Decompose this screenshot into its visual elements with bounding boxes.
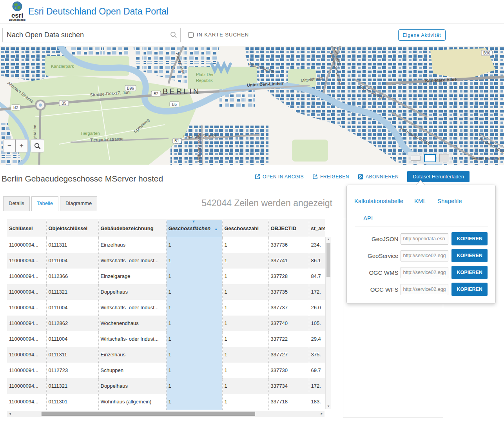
scroll-right-icon[interactable]: ► — [319, 411, 325, 417]
cell-geschosszahl: 1 — [222, 394, 268, 410]
subscribe-label: ABONNIEREN — [366, 174, 399, 180]
table-row[interactable]: 110000094... 0112723 Schuppen 1 1 337730… — [7, 363, 325, 378]
search-input[interactable] — [7, 28, 163, 42]
esri-logo[interactable]: esri Deutschland — [5, 1, 29, 21]
table-row[interactable]: 110000094... 0111321 Doppelhaus 1 1 3377… — [7, 284, 325, 300]
in-map-label: IN KARTE SUCHEN — [197, 32, 249, 38]
table-row[interactable]: 110000094... 0111311 Einzelhaus 1 1 3377… — [7, 347, 325, 363]
cell-gebaeudebezeichnung: Wohnhaus (allgemein) — [98, 394, 166, 410]
cell-objektschluessel: 0111004 — [46, 300, 98, 316]
svg-text:B1: B1 — [174, 139, 179, 143]
download-service-row: OGC WMS KOPIEREN — [347, 266, 496, 279]
copy-button[interactable]: KOPIEREN — [451, 249, 488, 262]
svg-text:B2: B2 — [154, 92, 159, 96]
cell-geschossflaechen: 1 — [166, 394, 222, 410]
cell-st-area: 172. — [309, 378, 325, 394]
column-header-objectid[interactable]: OBJECTID — [268, 220, 309, 237]
cell-gebaeudebezeichnung: Wirtschafts- oder Indust... — [98, 253, 166, 269]
table-row[interactable]: 110000094... 0111004 Wirtschafts- oder I… — [7, 331, 325, 347]
basemap-thumb-2-selected[interactable] — [424, 154, 436, 162]
cell-schluessel: 110000094... — [7, 378, 46, 394]
cell-objektschluessel: 0111311 — [46, 237, 98, 253]
column-header-st-area[interactable]: st_area — [309, 220, 325, 237]
table-row[interactable]: 110000094... 0112366 Einzelgarage 1 1 33… — [7, 269, 325, 284]
site-title[interactable]: Esri Deutschland Open Data Portal — [28, 6, 169, 17]
zoom-in-button[interactable]: + — [16, 140, 27, 152]
cell-geschossflaechen: 1 — [166, 300, 222, 316]
cell-geschossflaechen: 1 — [166, 284, 222, 300]
column-header-geschosszahl[interactable]: Geschosszahl — [222, 220, 268, 237]
share-link[interactable]: FREIGEBEN — [312, 174, 349, 180]
tab-details[interactable]: Details — [3, 196, 30, 211]
svg-text:Kanzlerpark: Kanzlerpark — [51, 64, 74, 69]
table-row[interactable]: 110000094... 0111311 Einzelhaus 1 1 3377… — [7, 237, 325, 253]
cell-geschosszahl: 1 — [222, 253, 268, 269]
vertical-scrollbar[interactable]: ▲ ▼ — [325, 237, 331, 409]
open-in-arcgis-label: OPEN IN ARCGIS — [263, 174, 304, 180]
map-zoom-control: − + — [3, 139, 28, 152]
cell-geschosszahl: 1 — [222, 284, 268, 300]
cell-st-area: 26.0 — [309, 300, 325, 316]
cell-geschossflaechen: 1 — [166, 253, 222, 269]
cell-objectid: 337740 — [268, 316, 309, 331]
tab-diagramme[interactable]: Diagramme — [60, 196, 97, 211]
cell-geschossflaechen: 1 — [166, 378, 222, 394]
cell-st-area: 234. — [309, 237, 325, 253]
horizontal-scroll-thumb[interactable] — [42, 412, 255, 416]
service-url-input[interactable] — [401, 267, 448, 278]
cell-objektschluessel: 0111321 — [46, 378, 98, 394]
cell-st-area: 84.7 — [309, 269, 325, 284]
in-map-checkbox[interactable] — [188, 32, 194, 38]
cell-geschossflaechen: 1 — [166, 316, 222, 331]
download-link-shapefile[interactable]: Shapefile — [437, 198, 462, 204]
zoom-out-button[interactable]: − — [4, 140, 16, 152]
table-row[interactable]: 110000094... 0111004 Wirtschafts- oder I… — [7, 253, 325, 269]
service-url-input[interactable] — [401, 250, 448, 261]
cell-gebaeudebezeichnung: Schuppen — [98, 363, 166, 378]
scroll-up-icon[interactable]: ▲ — [326, 237, 331, 242]
table-row[interactable]: 110000094... 0111004 Wirtschafts- oder I… — [7, 300, 325, 316]
download-dataset-button[interactable]: Dataset Herunterladen — [407, 171, 470, 182]
column-header-schluessel[interactable]: Schlüssel — [7, 220, 46, 237]
copy-button[interactable]: KOPIEREN — [451, 283, 488, 296]
column-header-geschossflaechen-sorted[interactable]: ▼ Geschossflächen ▲ — [166, 220, 222, 237]
download-link-api[interactable]: API — [363, 215, 373, 221]
search-icon[interactable] — [170, 31, 177, 38]
column-header-label: Geschossflächen — [169, 225, 211, 231]
open-in-arcgis-link[interactable]: OPEN IN ARCGIS — [255, 174, 304, 180]
cell-schluessel: 110000094... — [7, 300, 46, 316]
share-icon — [312, 174, 318, 180]
copy-button[interactable]: KOPIEREN — [451, 266, 488, 279]
tab-tabelle[interactable]: Tabelle — [31, 196, 58, 211]
scroll-left-icon[interactable]: ◄ — [7, 411, 13, 417]
cell-schluessel: 110000094... — [7, 363, 46, 378]
column-header-gebaeudebezeichnung[interactable]: Gebäudebezeichnung — [98, 220, 166, 237]
subscribe-link[interactable]: ABONNIEREN — [358, 174, 399, 180]
basemap-thumb-3[interactable] — [439, 154, 449, 162]
service-url-input[interactable] — [401, 284, 448, 295]
map-view[interactable]: BERLIN Tiergarten Kanzlerpark Platz Der … — [0, 46, 504, 165]
table-row[interactable]: 110000094... 0112862 Wochenendhaus 1 1 3… — [7, 316, 325, 331]
service-url-input[interactable] — [401, 233, 448, 245]
column-header-objektschluessel[interactable]: Objektschlüssel — [46, 220, 98, 237]
basemap-thumb-1[interactable] — [411, 156, 421, 161]
cell-geschosszahl: 1 — [222, 378, 268, 394]
cell-objektschluessel: 0112366 — [46, 269, 98, 284]
own-activity-button[interactable]: Eigene Aktivität — [398, 29, 446, 41]
cell-objectid: 337722 — [268, 331, 309, 347]
download-link-kalkulationstabelle[interactable]: Kalkulationstabelle — [354, 198, 403, 204]
copy-button[interactable]: KOPIEREN — [451, 232, 488, 245]
column-menu-icon[interactable]: ▼ — [192, 220, 196, 223]
scroll-down-icon[interactable]: ▼ — [326, 404, 331, 409]
table-row[interactable]: 110000094... 0111321 Doppelhaus 1 1 3377… — [7, 378, 325, 394]
vertical-scroll-thumb[interactable] — [326, 243, 330, 277]
map-search-button[interactable] — [31, 139, 44, 152]
svg-text:B96: B96 — [127, 86, 134, 91]
cell-schluessel: 110000094... — [7, 269, 46, 284]
table-row[interactable]: 110000094... 0111301 Wohnhaus (allgemein… — [7, 394, 325, 410]
cell-gebaeudebezeichnung: Wirtschafts- oder Indust... — [98, 300, 166, 316]
download-link-kml[interactable]: KML — [414, 198, 426, 204]
horizontal-scrollbar[interactable]: ◄ ► — [7, 411, 325, 417]
svg-text:B2: B2 — [13, 105, 18, 110]
cell-gebaeudebezeichnung: Einzelhaus — [98, 347, 166, 363]
